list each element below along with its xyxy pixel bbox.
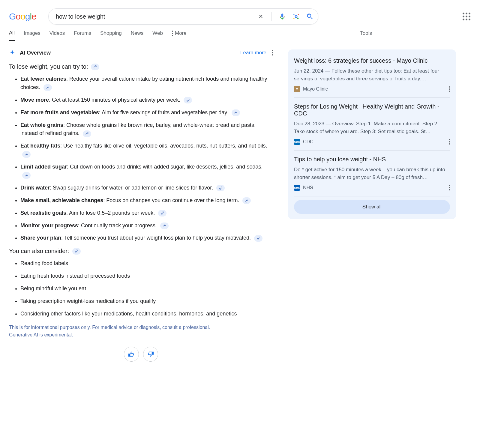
source-favicon: M (294, 86, 300, 92)
subhead: You can also consider: (9, 248, 273, 255)
source-overflow-icon[interactable] (449, 86, 450, 92)
sources-panel: Weight loss: 6 strategies for success - … (288, 49, 456, 219)
point-item: Eat more fruits and vegetables: Aim for … (20, 109, 273, 117)
also-item: Eating fresh foods instead of processed … (20, 272, 273, 280)
source-overflow-icon[interactable] (449, 139, 450, 145)
source-title[interactable]: Steps for Losing Weight | Healthy Weight… (294, 103, 450, 117)
feedback-row (9, 347, 273, 362)
source-favicon: CDC (294, 139, 300, 145)
point-item: Drink water: Swap sugary drinks for wate… (20, 184, 273, 192)
also-item: Considering other factors like your medi… (20, 310, 273, 318)
citation-chip[interactable] (83, 130, 91, 137)
tab-news[interactable]: News (131, 30, 144, 40)
clear-icon[interactable] (257, 13, 265, 20)
ai-overflow-icon[interactable] (272, 50, 273, 55)
ai-overview-header: AI Overview Learn more (9, 49, 273, 56)
citation-chip[interactable] (158, 210, 166, 217)
citation-chip[interactable] (216, 185, 225, 191)
point-item: Eat fewer calories: Reduce your overall … (20, 75, 273, 92)
source-name: NHS (303, 185, 313, 190)
lead-text: To lose weight, you can try to: (9, 63, 273, 70)
lens-icon[interactable] (292, 13, 300, 20)
mic-icon[interactable] (278, 13, 286, 20)
divider (272, 12, 272, 21)
citation-chip[interactable] (242, 197, 251, 204)
also-item: Being mindful while you eat (20, 285, 273, 293)
disclaimer: This is for informational purposes only.… (9, 324, 273, 339)
point-item: Share your plan: Tell someone you trust … (20, 234, 273, 242)
tab-all[interactable]: All (9, 30, 15, 41)
svg-point-2 (296, 16, 297, 17)
citation-chip[interactable] (22, 172, 31, 179)
citation-chip[interactable] (91, 64, 99, 70)
learn-more-link[interactable]: Learn more (240, 50, 266, 56)
search-box[interactable] (48, 8, 318, 25)
points-list: Eat fewer calories: Reduce your overall … (9, 75, 273, 242)
citation-chip[interactable] (184, 97, 192, 103)
tab-shopping[interactable]: Shopping (100, 30, 122, 40)
main-column: AI Overview Learn more To lose weight, y… (9, 49, 273, 362)
citation-chip[interactable] (160, 223, 169, 229)
tab-forums[interactable]: Forums (74, 30, 91, 40)
point-item: Eat healthy fats: Use healthy fats like … (20, 142, 273, 159)
show-all-button[interactable]: Show all (294, 200, 450, 214)
citation-chip[interactable] (72, 248, 81, 255)
citation-chip[interactable] (22, 151, 31, 158)
point-item: Limit added sugar: Cut down on foods and… (20, 163, 273, 180)
point-item: Set realistic goals: Aim to lose 0.5–2 p… (20, 209, 273, 217)
also-list: Reading food labelsEating fresh foods in… (9, 259, 273, 318)
point-item: Make small, achievable changes: Focus on… (20, 196, 273, 205)
tab-images[interactable]: Images (24, 30, 40, 40)
sparkle-icon (9, 49, 16, 56)
source-card: Weight loss: 6 strategies for success - … (294, 55, 450, 98)
also-item: Reading food labels (20, 259, 273, 268)
thumbs-up-button[interactable] (124, 347, 139, 362)
source-title[interactable]: Tips to help you lose weight - NHS (294, 156, 450, 163)
search-icon[interactable] (306, 13, 314, 20)
source-name: CDC (303, 139, 314, 145)
point-item: Eat whole grains: Choose whole grains li… (20, 121, 273, 138)
tools-button[interactable]: Tools (360, 30, 372, 40)
ai-overview-title: AI Overview (20, 50, 51, 56)
source-card: Tips to help you lose weight - NHSDo * g… (294, 151, 450, 196)
search-input[interactable] (56, 13, 257, 20)
source-snippet: Jun 22, 2024 — Follow these other diet t… (294, 67, 450, 82)
source-snippet: Dec 28, 2023 — Overview. Step 1: Make a … (294, 120, 450, 135)
also-item: Taking prescription weight-loss medicati… (20, 297, 273, 306)
svg-point-0 (297, 17, 298, 19)
citation-chip[interactable] (44, 84, 52, 91)
google-logo[interactable]: Google (9, 11, 36, 22)
header: Google (9, 6, 471, 25)
point-item: Move more: Get at least 150 minutes of p… (20, 96, 273, 104)
source-overflow-icon[interactable] (449, 185, 450, 190)
source-favicon: NHS (294, 185, 300, 191)
source-snippet: Do * get active for 150 minutes a week –… (294, 166, 450, 181)
source-name: Mayo Clinic (303, 86, 328, 92)
source-title[interactable]: Weight loss: 6 strategies for success - … (294, 57, 450, 64)
tab-videos[interactable]: Videos (50, 30, 65, 40)
tabs-row: All Images Videos Forums Shopping News W… (9, 25, 471, 41)
tab-web[interactable]: Web (152, 30, 163, 40)
citation-chip[interactable] (254, 235, 262, 242)
apps-icon[interactable] (463, 13, 471, 20)
citation-chip[interactable] (232, 109, 240, 116)
source-card: Steps for Losing Weight | Healthy Weight… (294, 98, 450, 151)
tab-more[interactable]: More (172, 30, 187, 40)
point-item: Monitor your progress: Continually track… (20, 222, 273, 230)
thumbs-down-button[interactable] (143, 347, 158, 362)
